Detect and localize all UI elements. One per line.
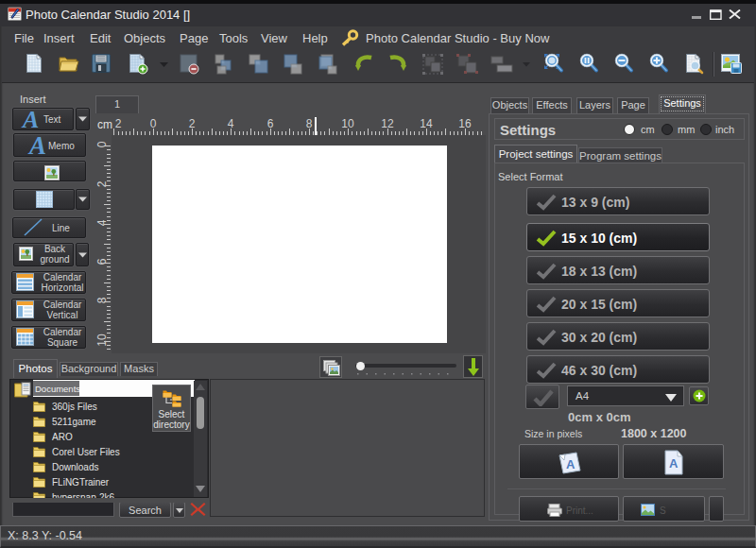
svg-text:A: A (566, 457, 576, 471)
svg-text:A: A (669, 456, 679, 471)
